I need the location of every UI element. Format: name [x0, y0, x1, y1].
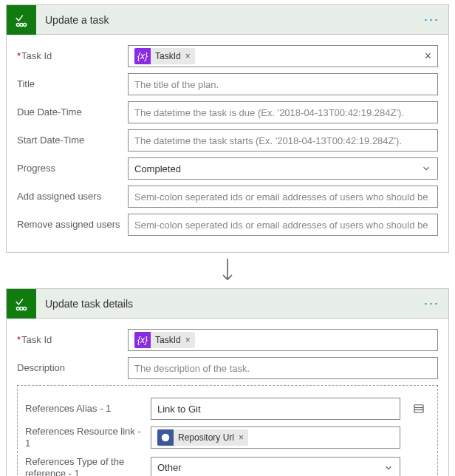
svg-rect-7: [414, 405, 423, 413]
card-body: *Task Id {x} TaskId × × Title The title …: [7, 35, 448, 252]
svg-point-4: [16, 307, 19, 310]
due-date-input[interactable]: The datetime the task is due (Ex. '2018-…: [128, 101, 438, 123]
ref-alias-label: References Alias - 1: [25, 403, 143, 415]
svg-point-5: [20, 307, 23, 310]
chevron-down-icon: [421, 163, 431, 174]
description-input[interactable]: The description of the task.: [128, 357, 438, 379]
chevron-down-icon: [383, 463, 394, 473]
ref-type-label: References Type of the reference - 1: [25, 456, 143, 477]
svg-point-2: [24, 23, 27, 26]
start-date-input[interactable]: The datetime the task starts (Ex. '2018-…: [128, 129, 438, 152]
remove-token-icon[interactable]: ×: [239, 432, 244, 443]
remove-token-icon[interactable]: ×: [185, 335, 191, 345]
add-users-label: Add assigned users: [17, 191, 120, 203]
planner-icon: [7, 289, 36, 319]
task-id-token[interactable]: {x} TaskId ×: [134, 48, 195, 64]
update-task-details-card: Update task details ··· *Task Id {x} Tas…: [6, 288, 449, 476]
svg-point-6: [24, 307, 27, 310]
start-date-label: Start Date-Time: [17, 135, 120, 146]
svg-point-1: [20, 23, 23, 26]
task-id-input[interactable]: {x} TaskId × ×: [128, 45, 438, 67]
card-title: Update task details: [36, 298, 415, 310]
remove-token-icon[interactable]: ×: [185, 51, 191, 61]
remove-users-label: Remove assigned users: [17, 219, 120, 231]
card-title: Update a task: [36, 14, 415, 26]
task-id-label: *Task Id: [17, 334, 120, 346]
repo-url-token[interactable]: Repository Url ×: [157, 429, 248, 446]
flow-arrow-icon: [0, 257, 455, 284]
planner-icon: [7, 5, 36, 35]
card-menu-button[interactable]: ···: [415, 12, 448, 27]
github-icon: [157, 429, 174, 446]
ref-link-input[interactable]: Repository Url ×: [151, 426, 400, 449]
due-date-label: Due Date-Time: [17, 106, 120, 118]
ref-type-select[interactable]: Other: [151, 457, 400, 476]
dynamic-content-icon: {x}: [134, 332, 151, 348]
references-group: References Alias - 1 Link to Git Referen…: [17, 385, 438, 476]
ref-link-label: References Resource link - 1: [25, 426, 143, 450]
card-header: Update task details ···: [7, 289, 448, 319]
update-task-card: Update a task ··· *Task Id {x} TaskId × …: [6, 4, 449, 253]
dynamic-content-icon: {x}: [134, 48, 151, 64]
task-id-input[interactable]: {x} TaskId ×: [128, 329, 438, 351]
title-input[interactable]: The title of the plan.: [128, 73, 438, 95]
clear-field-icon[interactable]: ×: [420, 50, 431, 63]
svg-point-0: [16, 23, 19, 26]
list-picker-icon[interactable]: [412, 402, 430, 415]
card-body: *Task Id {x} TaskId × Description The de…: [7, 319, 448, 476]
remove-users-input[interactable]: Semi-colon seperated ids or email addres…: [128, 214, 438, 236]
ref-alias-input[interactable]: Link to Git: [151, 398, 400, 420]
progress-label: Progress: [17, 163, 120, 174]
progress-select[interactable]: Completed: [128, 157, 438, 180]
add-users-input[interactable]: Semi-colon seperated ids or email addres…: [128, 186, 438, 208]
title-label: Title: [17, 78, 120, 90]
card-menu-button[interactable]: ···: [415, 296, 448, 311]
card-header: Update a task ···: [7, 5, 448, 35]
task-id-token[interactable]: {x} TaskId ×: [134, 332, 195, 348]
task-id-label: *Task Id: [17, 50, 120, 62]
description-label: Description: [17, 362, 120, 374]
svg-point-10: [162, 434, 170, 442]
